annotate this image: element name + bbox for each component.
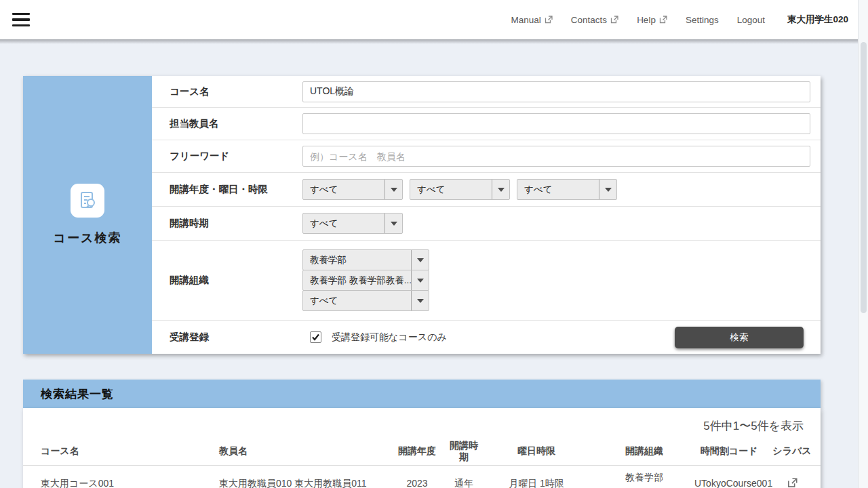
organization-select-2-value: 教養学部 教養学部教養... [303, 274, 411, 287]
chevron-down-icon [599, 180, 616, 199]
cell-organization: 教養学部 [594, 465, 694, 488]
col-course-name: コース名 [23, 438, 219, 465]
external-link-icon [545, 16, 553, 24]
nav-help-label: Help [637, 15, 656, 25]
col-day-period: 曜日時限 [479, 438, 594, 465]
chevron-down-icon [411, 250, 429, 270]
organization-select-1-value: 教養学部 [303, 254, 411, 266]
nav-contacts-label: Contacts [571, 15, 607, 25]
year-select-value: すべて [303, 184, 384, 196]
course-name-label: コース名 [152, 85, 302, 98]
free-word-input[interactable] [302, 146, 810, 167]
menu-icon[interactable] [12, 13, 30, 26]
col-syllabus: シラバス [764, 438, 821, 465]
col-semester: 開講時期 [449, 438, 479, 465]
registration-checkbox[interactable] [310, 331, 321, 343]
free-word-label: フリーワード [152, 150, 302, 163]
course-search-panel: コース検索 コース名 担当教員名 フリーワード [23, 76, 821, 354]
semester-label: 開講時期 [152, 217, 302, 230]
day-select[interactable]: すべて [410, 179, 510, 200]
registration-checkbox-group: 受講登録可能なコースのみ [310, 331, 447, 344]
nav-help[interactable]: Help [637, 15, 667, 25]
organization-select-3-value: すべて [303, 295, 411, 307]
chevron-down-icon [411, 291, 429, 310]
registration-label: 受講登録 [152, 331, 302, 344]
nav-manual[interactable]: Manual [511, 15, 553, 25]
period-select-value: すべて [517, 184, 599, 196]
organization-select-3[interactable]: すべて [302, 290, 429, 311]
nav-manual-label: Manual [511, 15, 541, 25]
search-results-section: 検索結果一覧 5件中1〜5件を表示 コース名 教員名 開講年度 開講時期 曜日時… [23, 380, 821, 488]
organization-select-2[interactable]: 教養学部 教養学部教養... [302, 270, 429, 291]
vertical-scrollbar [858, 0, 868, 488]
syllabus-external-link-icon[interactable] [787, 478, 797, 488]
nav-settings[interactable]: Settings [686, 15, 719, 25]
row-free-word: フリーワード [152, 140, 821, 173]
results-table: コース名 教員名 開講年度 開講時期 曜日時限 開講組織 時間割コード シラバス… [23, 438, 821, 488]
external-link-icon [659, 16, 667, 24]
semester-select[interactable]: すべて [302, 213, 403, 234]
logged-in-username: 東大用学生020 [787, 14, 848, 26]
col-instructors: 教員名 [219, 438, 385, 465]
results-count: 5件中1〜5件を表示 [23, 408, 821, 438]
chevron-down-icon [384, 214, 402, 233]
nav-settings-label: Settings [686, 15, 719, 25]
chevron-down-icon [384, 180, 402, 199]
row-course-name: コース名 [152, 76, 821, 108]
results-table-header-row: コース名 教員名 開講年度 開講時期 曜日時限 開講組織 時間割コード シラバス [23, 438, 821, 465]
organization-label: 開講組織 [152, 274, 302, 287]
organization-select-1[interactable]: 教養学部 [302, 249, 429, 270]
row-instructor-name: 担当教員名 [152, 108, 821, 140]
instructor-name-label: 担当教員名 [152, 117, 302, 130]
top-bar: Manual Contacts Help Settings Logout [0, 0, 868, 39]
cell-semester: 通年 [449, 465, 479, 488]
cell-year: 2023 [385, 465, 449, 488]
scrollbar-thumb[interactable] [861, 42, 867, 313]
cell-day-period: 月曜日 1時限 [479, 465, 594, 488]
day-select-value: すべて [410, 184, 492, 196]
search-form: コース名 担当教員名 フリーワード 開講年度・曜日・時限 [152, 76, 821, 354]
results-body: 5件中1〜5件を表示 コース名 教員名 開講年度 開講時期 曜日時限 開講組織 … [23, 408, 821, 488]
row-year-day-period: 開講年度・曜日・時限 すべて すべて すべて [152, 173, 821, 207]
year-select[interactable]: すべて [302, 179, 403, 200]
period-select[interactable]: すべて [517, 179, 617, 200]
results-title: 検索結果一覧 [41, 386, 114, 402]
nav-logout[interactable]: Logout [737, 15, 765, 25]
row-organization: 開講組織 教養学部 教養学部 教養学部教養... すべて [152, 241, 821, 321]
nav-contacts[interactable]: Contacts [571, 15, 618, 25]
search-button[interactable]: 検索 [675, 327, 804, 348]
cell-course-name[interactable]: 東大用コース001 [23, 465, 219, 488]
results-header: 検索結果一覧 [23, 380, 821, 408]
chevron-down-icon [411, 270, 429, 290]
instructor-name-input[interactable] [302, 113, 810, 134]
course-search-icon [71, 184, 104, 218]
col-organization: 開講組織 [594, 438, 694, 465]
course-name-input[interactable] [302, 81, 810, 102]
year-day-period-label: 開講年度・曜日・時限 [152, 183, 302, 196]
nav-logout-label: Logout [737, 15, 765, 25]
semester-select-value: すべて [303, 218, 384, 230]
cell-instructors: 東大用教職員010 東大用教職員011 [219, 465, 385, 488]
top-nav: Manual Contacts Help Settings Logout [511, 14, 868, 26]
chevron-down-icon [492, 180, 509, 199]
course-search-sidebar: コース検索 [23, 76, 152, 354]
cell-timetable-code: UTokyoCourse001 [694, 465, 764, 488]
row-semester: 開講時期 すべて [152, 207, 821, 241]
result-row[interactable]: 東大用コース001 東大用教職員010 東大用教職員011 2023 通年 月曜… [23, 465, 821, 488]
col-timetable-code: 時間割コード [694, 438, 764, 465]
row-registration: 受講登録 受講登録可能なコースのみ 検索 [152, 321, 821, 354]
external-link-icon [610, 16, 618, 24]
registration-checkbox-label: 受講登録可能なコースのみ [332, 331, 447, 344]
panel-title: コース検索 [54, 230, 122, 246]
col-year: 開講年度 [385, 438, 449, 465]
check-icon [311, 333, 320, 342]
